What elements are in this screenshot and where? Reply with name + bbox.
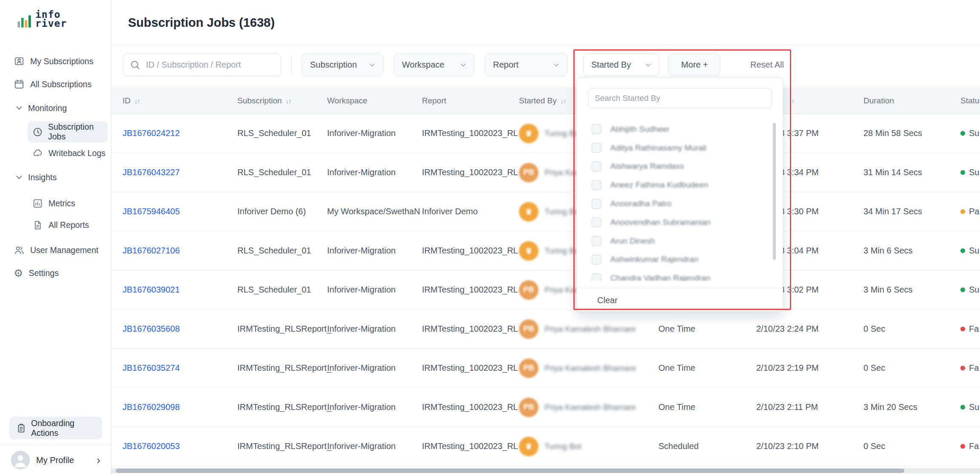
checkbox[interactable]: [592, 162, 601, 171]
checkbox[interactable]: [592, 124, 601, 134]
started-by-option[interactable]: Abhijith Sudheer: [592, 120, 783, 139]
cell-status: Su: [960, 114, 979, 153]
avatar: ♛: [519, 124, 538, 143]
cell-report: IRMTesting_1002023_RL: [422, 270, 518, 309]
clear-button[interactable]: Clear: [577, 288, 783, 312]
sidebar-item-label: Writeback Logs: [48, 148, 105, 158]
sidebar-item-all-subscriptions[interactable]: All Subscriptions: [14, 75, 91, 94]
column-header-subscription[interactable]: Subscription↓↑: [237, 88, 291, 114]
column-label: Report: [422, 96, 446, 105]
status-dot: [960, 366, 965, 370]
document-icon: [32, 220, 43, 230]
sort-icon[interactable]: ↓↑: [134, 97, 140, 105]
search-input[interactable]: [122, 54, 281, 76]
sort-icon[interactable]: ↓↑: [561, 97, 566, 105]
report-filter-dropdown[interactable]: Report: [485, 54, 567, 76]
sort-icon[interactable]: ↓↑: [789, 97, 794, 105]
checkbox[interactable]: [592, 199, 601, 209]
job-id-link[interactable]: JB1676035274: [122, 349, 180, 387]
option-label: Aishwarya Ramdass: [610, 162, 684, 171]
sidebar-section-label: Monitoring: [28, 103, 67, 113]
job-id-link[interactable]: JB1676043227: [122, 153, 180, 192]
job-id-link[interactable]: JB1676035608: [122, 310, 180, 348]
started-by-option[interactable]: Aneez Fathima Kudbudeen: [592, 176, 783, 194]
cell-workspace: My Workspace/SwethaN: [327, 192, 420, 231]
status-dot: [960, 287, 965, 292]
job-id-link[interactable]: JB1676024212: [122, 114, 180, 153]
profile-avatar: [11, 451, 30, 469]
sidebar-item-metrics[interactable]: Metrics: [32, 194, 75, 213]
sidebar-section-monitoring[interactable]: Monitoring: [14, 99, 67, 117]
workspace-filter-dropdown[interactable]: Workspace: [394, 54, 474, 76]
horizontal-scrollbar-thumb[interactable]: [116, 469, 904, 473]
cell-started-on: 2/10/23 2:11 PM: [756, 388, 818, 427]
started-by-option[interactable]: Chandra Vadhan Rajendran: [592, 269, 783, 281]
job-id-link[interactable]: JB1676027106: [122, 231, 180, 270]
cell-subscription: IRMTesting_RLSReport_: [237, 427, 331, 466]
checkbox[interactable]: [592, 255, 601, 265]
users-icon: [14, 245, 25, 256]
started-by-option[interactable]: Aditya Rathinasamy Murali: [592, 139, 783, 157]
sidebar-item-settings[interactable]: ⚙ Settings: [14, 264, 59, 282]
reset-all-button[interactable]: Reset All: [750, 54, 784, 76]
onboarding-actions-button[interactable]: Onboarding Actions: [9, 417, 102, 439]
subscription-filter-dropdown[interactable]: Subscription: [302, 54, 383, 76]
sort-icon[interactable]: ↓↑: [286, 97, 291, 105]
started-by-filter-label: Started By: [591, 60, 631, 70]
sidebar-item-writeback-logs[interactable]: Writeback Logs: [32, 144, 105, 162]
table-row: JB1676024212 RLS_Scheduler_01 Inforiver-…: [0, 114, 980, 153]
started-by-search-input[interactable]: [588, 88, 772, 108]
table-row: JB1676029098 IRMTesting_RLSReport_ Infor…: [0, 388, 980, 427]
cell-started-by: PB Priya Kamalesh Bhamare: [519, 349, 636, 387]
job-id-link[interactable]: JB1676020053: [122, 427, 180, 466]
cell-status: Pa: [960, 192, 979, 231]
started-by-name: Turing Bot: [544, 129, 581, 138]
checkbox[interactable]: [592, 217, 601, 227]
started-by-option[interactable]: Aishwarya Ramdass: [592, 157, 783, 176]
horizontal-scrollbar[interactable]: [111, 468, 980, 473]
cell-duration: 3 Min 20 Secs: [863, 388, 917, 427]
column-header-started-on[interactable]: ↓↑: [789, 88, 794, 114]
sidebar-item-user-management[interactable]: User Management: [14, 241, 98, 259]
calendar-icon: [14, 79, 25, 90]
table-row: JB1676027106 RLS_Scheduler_01 Inforiver-…: [0, 231, 980, 270]
my-profile-button[interactable]: My Profile ›: [0, 445, 111, 475]
more-filters-button[interactable]: More +: [668, 54, 720, 76]
started-by-option[interactable]: Arun Dinesh: [592, 232, 783, 250]
sidebar-item-subscription-jobs[interactable]: Subscription Jobs: [28, 121, 108, 142]
started-by-option[interactable]: Anoovendhan Subramanian: [592, 213, 783, 232]
cell-duration: 0 Sec: [863, 349, 885, 387]
started-by-filter-dropdown[interactable]: Started By: [583, 54, 659, 76]
job-id-link[interactable]: JB1675946405: [122, 192, 180, 231]
cell-type: One Time: [658, 310, 695, 348]
cell-workspace: Inforiver-Migration: [327, 427, 396, 466]
sidebar-item-all-reports[interactable]: All Reports: [32, 216, 89, 234]
cell-started-by: PB Priya Kamalesh Bhamare: [519, 388, 636, 427]
table-header: ID↓↑ Subscription↓↑ Workspace Report Sta…: [0, 88, 980, 114]
column-header-started-by[interactable]: Started By↓↑: [519, 88, 566, 114]
sidebar-item-my-subscriptions[interactable]: My Subscriptions: [14, 52, 93, 71]
job-id-link[interactable]: JB1676039021: [122, 270, 180, 309]
column-header-workspace: Workspace: [327, 88, 368, 114]
cell-duration: 0 Sec: [863, 427, 885, 466]
checkbox[interactable]: [592, 143, 601, 153]
checkbox[interactable]: [592, 180, 601, 190]
sidebar-item-label: Metrics: [48, 199, 75, 208]
cell-status: Fa: [960, 310, 979, 348]
checkbox[interactable]: [592, 273, 601, 281]
status-dot: [960, 209, 965, 214]
sidebar-section-label: Insights: [28, 173, 57, 182]
sidebar-section-insights[interactable]: Insights: [14, 168, 57, 187]
cell-workspace: Inforiver-Migration: [327, 388, 396, 427]
started-by-option[interactable]: Ashwinkumar Rajendran: [592, 250, 783, 269]
sidebar-item-label: User Management: [30, 245, 98, 255]
column-header-id[interactable]: ID↓↑: [122, 88, 140, 114]
started-by-name: Priya Kamalesh Bhamare: [544, 403, 636, 412]
job-id-link[interactable]: JB1676029098: [122, 388, 180, 427]
option-label: Ashwinkumar Rajendran: [610, 255, 698, 264]
started-by-option[interactable]: Anooradha Patro: [592, 194, 783, 213]
checkbox[interactable]: [592, 236, 601, 246]
panel-scrollbar[interactable]: [773, 123, 776, 260]
cell-started-on: 2/10/23 2:24 PM: [756, 310, 819, 348]
search-box: [122, 54, 281, 76]
